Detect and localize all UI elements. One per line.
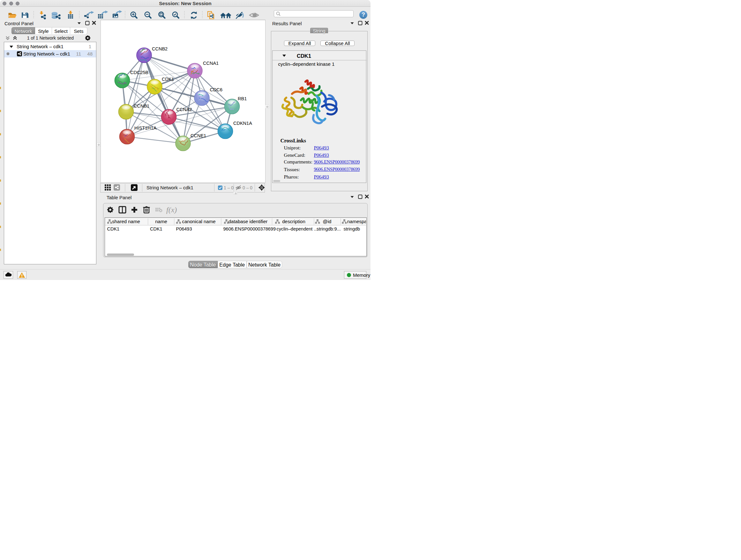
svg-text:canonical name: canonical name	[182, 219, 215, 224]
svg-text:CDK1: CDK1	[297, 53, 311, 59]
svg-text:CCNB2: CCNB2	[152, 46, 167, 51]
svg-text:RB1: RB1	[238, 96, 247, 101]
svg-text:CCNE1: CCNE1	[191, 133, 206, 138]
svg-text:String Network – cdk1: String Network – cdk1	[146, 185, 193, 190]
svg-text:CDK1: CDK1	[162, 77, 174, 82]
svg-text:CCNB1: CCNB1	[134, 104, 149, 109]
svg-text:name: name	[155, 219, 167, 224]
svg-text:1 – 0: 1 – 0	[224, 185, 233, 190]
svg-text:CDKN1A: CDKN1A	[233, 121, 252, 126]
svg-text:CCNA1: CCNA1	[203, 61, 219, 66]
svg-text:CDC25B: CDC25B	[130, 70, 148, 75]
svg-text:0 – 0: 0 – 0	[243, 185, 253, 190]
svg-text:database identifier: database identifier	[228, 219, 268, 224]
svg-text:shared name: shared name	[112, 219, 140, 224]
svg-text:1 of 1 Network selected: 1 of 1 Network selected	[27, 36, 74, 41]
svg-text:@id: @id	[323, 219, 332, 224]
svg-text:CDC6: CDC6	[210, 87, 222, 92]
svg-text:HIST1H1A: HIST1H1A	[134, 125, 157, 131]
svg-text:f(x): f(x)	[166, 206, 177, 214]
svg-text:description: description	[282, 219, 306, 224]
svg-text:CCNA2: CCNA2	[177, 107, 192, 112]
svg-text:namespace: namespace	[347, 219, 366, 224]
